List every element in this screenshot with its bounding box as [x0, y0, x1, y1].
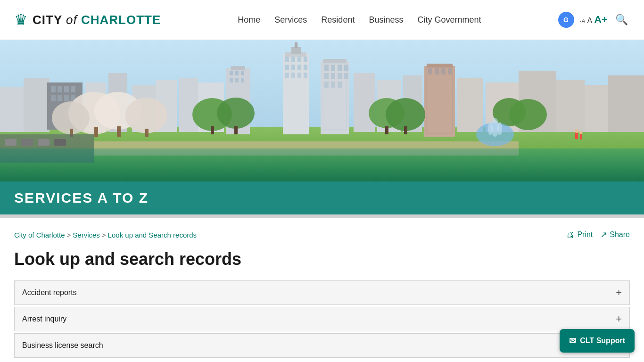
- svg-rect-13: [304, 65, 307, 70]
- svg-rect-8: [297, 57, 301, 62]
- svg-rect-35: [338, 73, 342, 79]
- svg-point-82: [217, 98, 255, 129]
- svg-rect-20: [230, 71, 233, 75]
- svg-rect-15: [291, 73, 295, 78]
- svg-rect-40: [424, 66, 455, 137]
- breadcrumb-home[interactable]: City of Charlotte: [14, 231, 65, 239]
- svg-rect-21: [235, 71, 239, 75]
- svg-rect-84: [234, 126, 238, 134]
- svg-rect-101: [575, 132, 578, 139]
- nav-home[interactable]: Home: [238, 15, 260, 25]
- nav-business[interactable]: Business: [369, 15, 403, 25]
- svg-rect-22: [241, 71, 244, 75]
- svg-rect-57: [608, 75, 644, 132]
- svg-rect-36: [344, 73, 348, 79]
- svg-point-104: [579, 131, 583, 134]
- svg-rect-77: [94, 127, 98, 137]
- svg-rect-46: [448, 68, 452, 74]
- logo[interactable]: ♛ CITY of CHARLOTTE: [14, 11, 161, 29]
- separator: [0, 214, 644, 218]
- svg-rect-45: [441, 68, 446, 74]
- svg-rect-44: [435, 68, 439, 74]
- share-button[interactable]: ↗ Share: [600, 230, 630, 240]
- print-button[interactable]: 🖨 Print: [566, 230, 593, 240]
- svg-rect-55: [556, 80, 585, 132]
- svg-rect-66: [58, 86, 62, 92]
- svg-rect-31: [338, 65, 342, 71]
- accordion-header-business-license[interactable]: Business license search +: [15, 334, 629, 357]
- header-utilities: G -A A A+ 🔍: [558, 12, 630, 28]
- font-large-button[interactable]: A+: [594, 14, 608, 26]
- breadcrumb: City of Charlotte > Services > Look up a…: [14, 230, 630, 240]
- svg-rect-10: [285, 65, 289, 70]
- svg-rect-7: [291, 57, 295, 62]
- svg-rect-59: [24, 78, 50, 132]
- svg-rect-14: [285, 73, 289, 78]
- svg-rect-79: [145, 129, 149, 137]
- breadcrumb-services[interactable]: Services: [73, 231, 100, 239]
- accordion-list: Accident reports + Arrest inquiry + Busi…: [14, 280, 630, 358]
- svg-rect-65: [51, 86, 56, 92]
- nav-resident[interactable]: Resident: [321, 15, 355, 25]
- breadcrumb-sep-2: >: [102, 231, 106, 239]
- svg-point-103: [575, 129, 578, 133]
- font-medium-button[interactable]: A: [587, 16, 593, 25]
- font-size-controls: -A A A+: [580, 14, 608, 26]
- svg-point-90: [509, 99, 547, 130]
- svg-rect-29: [324, 65, 329, 71]
- svg-rect-93: [21, 139, 33, 146]
- font-small-button[interactable]: -A: [580, 18, 586, 25]
- svg-rect-87: [385, 126, 388, 134]
- svg-rect-71: [64, 95, 69, 101]
- accordion-header-arrest-inquiry[interactable]: Arrest inquiry +: [15, 307, 629, 331]
- svg-rect-12: [297, 65, 301, 70]
- breadcrumb-actions: 🖨 Print ↗ Share: [566, 230, 630, 240]
- svg-rect-68: [71, 86, 75, 92]
- svg-rect-92: [5, 139, 17, 146]
- breadcrumb-sep-1: >: [67, 231, 71, 239]
- svg-rect-47: [179, 78, 198, 132]
- svg-rect-27: [323, 59, 347, 63]
- page-title: SERVICES A TO Z: [14, 190, 149, 206]
- page-title-banner: SERVICES A TO Z: [0, 181, 644, 214]
- svg-rect-70: [58, 95, 62, 101]
- svg-rect-9: [304, 57, 307, 62]
- clt-support-button[interactable]: ✉ CLT Support: [560, 329, 635, 353]
- accordion-header-accident-reports[interactable]: Accident reports +: [15, 281, 629, 304]
- svg-rect-94: [38, 139, 50, 146]
- svg-rect-32: [344, 65, 348, 71]
- share-label: Share: [610, 230, 630, 239]
- breadcrumb-current: Look up and Search records: [108, 231, 197, 239]
- svg-rect-4: [291, 47, 301, 54]
- logo-city: CITY: [33, 13, 62, 27]
- svg-rect-41: [427, 64, 453, 67]
- svg-point-100: [497, 122, 502, 135]
- svg-rect-11: [291, 65, 295, 70]
- svg-point-86: [386, 98, 425, 131]
- svg-rect-43: [428, 68, 432, 74]
- envelope-icon: ✉: [569, 336, 576, 346]
- nav-services[interactable]: Services: [274, 15, 307, 25]
- accordion-item-arrest-inquiry[interactable]: Arrest inquiry +: [14, 307, 630, 331]
- svg-rect-24: [235, 78, 239, 82]
- svg-rect-88: [404, 126, 407, 134]
- svg-rect-19: [231, 66, 245, 70]
- accordion-item-accident-reports[interactable]: Accident reports +: [14, 280, 630, 305]
- svg-rect-17: [304, 73, 307, 78]
- logo-charlotte: CHARLOTTE: [81, 13, 161, 27]
- crown-icon: ♛: [14, 11, 28, 29]
- svg-rect-5: [295, 42, 297, 48]
- svg-rect-34: [331, 73, 335, 79]
- accordion-item-business-license[interactable]: Business license search +: [14, 333, 630, 358]
- translate-button[interactable]: G: [558, 12, 574, 28]
- accordion-label-business-license: Business license search: [22, 341, 103, 350]
- search-button[interactable]: 🔍: [613, 12, 630, 28]
- logo-of: of: [66, 13, 77, 27]
- breadcrumb-links: City of Charlotte > Services > Look up a…: [14, 231, 197, 239]
- svg-rect-102: [580, 133, 582, 140]
- svg-point-75: [125, 98, 167, 133]
- svg-rect-78: [117, 126, 121, 137]
- content-area: City of Charlotte > Services > Look up a…: [0, 218, 644, 362]
- main-nav: Home Services Resident Business City Gov…: [238, 15, 481, 25]
- nav-city-government[interactable]: City Government: [417, 15, 481, 25]
